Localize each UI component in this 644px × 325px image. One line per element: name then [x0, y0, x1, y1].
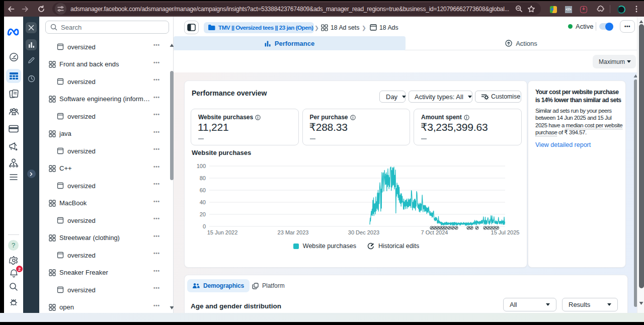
info-icon[interactable] — [464, 115, 469, 120]
customise-button[interactable]: Customise — [475, 91, 521, 103]
search-rail-icon[interactable] — [4, 280, 23, 294]
tree-item-adset[interactable]: java••• — [39, 125, 170, 142]
sidebar-scrollbar-thumb[interactable] — [170, 71, 174, 180]
tree-item-options[interactable]: ••• — [153, 268, 160, 274]
info-icon[interactable] — [350, 115, 356, 120]
toolbar-divider — [610, 5, 610, 13]
browser-toolbar: adsmanager.facebook.com/adsmanager/manag… — [4, 1, 644, 17]
back-icon[interactable] — [7, 5, 15, 13]
tree-item-options[interactable]: ••• — [153, 164, 160, 170]
expand-rail-button[interactable] — [27, 170, 36, 178]
tree-item-ad[interactable]: oversized••• — [39, 212, 170, 229]
browser-scrollbar[interactable] — [637, 17, 644, 313]
tab-actions[interactable]: Actions — [406, 36, 637, 50]
breadcrumb-ads[interactable]: 18 Ads — [370, 22, 398, 33]
ad-icon — [57, 147, 64, 154]
extension-code-icon[interactable]: </> — [565, 6, 572, 13]
tree-item-options[interactable]: ••• — [153, 251, 160, 256]
scroll-up-icon[interactable] — [639, 20, 643, 24]
all-tools-icon[interactable] — [4, 170, 23, 184]
billing-icon[interactable] — [4, 122, 23, 136]
edit-icon[interactable] — [26, 55, 37, 66]
chart-heading: Website purchases — [192, 149, 251, 156]
bookmark-star-icon[interactable] — [527, 5, 535, 13]
tree-item-options[interactable]: ••• — [153, 60, 160, 65]
tree-item-options[interactable]: ••• — [153, 303, 160, 308]
caret-down-icon — [607, 303, 611, 306]
tree-item-ad[interactable]: oversized••• — [39, 108, 170, 125]
tree-item-options[interactable]: ••• — [153, 285, 160, 291]
breadcrumb-adsets[interactable]: 18 Ad sets — [321, 22, 359, 33]
profile-avatar[interactable] — [617, 6, 625, 14]
report-bug-icon[interactable] — [4, 295, 23, 309]
tree-item-options[interactable]: ••• — [153, 129, 160, 135]
extension-red-icon[interactable]: + — [580, 6, 587, 13]
site-settings-chip[interactable] — [55, 3, 66, 15]
collapse-sidebar-button[interactable] — [184, 21, 199, 34]
advertise-icon[interactable] — [4, 139, 23, 153]
search-input[interactable]: Search — [45, 21, 169, 34]
browser-scrollbar-thumb[interactable] — [639, 24, 644, 288]
tree-item-options[interactable]: ••• — [153, 77, 160, 83]
tree-item-options[interactable]: ••• — [153, 42, 160, 48]
menu-kebab-icon[interactable] — [633, 5, 640, 13]
tree-item-adset[interactable]: MacBook••• — [39, 195, 170, 212]
history-icon[interactable] — [26, 73, 37, 84]
campaigns-icon[interactable] — [6, 69, 21, 83]
historical-edit-marker — [455, 226, 458, 229]
tree-item-ad[interactable]: oversized••• — [39, 281, 170, 298]
breadcrumb-campaign[interactable]: TMV || Oversized tees || 23 jan (Open) — [204, 22, 314, 33]
all-dropdown[interactable]: All — [503, 298, 556, 311]
tab-performance[interactable]: Performance — [174, 36, 406, 50]
active-toggle[interactable] — [599, 23, 613, 30]
tree-item-options[interactable]: ••• — [153, 112, 160, 117]
account-overview-icon[interactable] — [4, 50, 23, 64]
content-scroll-up-icon[interactable] — [633, 74, 637, 78]
day-dropdown[interactable]: Day — [379, 91, 406, 103]
tree-item-options[interactable]: ••• — [153, 146, 160, 152]
extension-seo-icon[interactable] — [550, 6, 557, 13]
day-label: Day — [386, 93, 397, 101]
tab-platform[interactable]: Platform — [252, 279, 285, 292]
tree-item-ad[interactable]: oversized••• — [39, 38, 170, 55]
settings-icon[interactable] — [4, 253, 23, 267]
tree-item-options[interactable]: ••• — [153, 181, 160, 187]
performance-charts-icon[interactable] — [26, 39, 37, 50]
tree-item-adset[interactable]: open••• — [39, 299, 170, 313]
tree-item-ad[interactable]: oversized••• — [39, 142, 170, 159]
extensions-puzzle-icon[interactable] — [596, 6, 604, 14]
tab-demographics[interactable]: Demographics — [187, 279, 250, 292]
tree-item-adset[interactable]: Software engineering (information t...••… — [39, 91, 170, 108]
close-icon[interactable] — [26, 22, 37, 33]
historical-edit-marker — [467, 226, 470, 229]
tree-item-options[interactable]: ••• — [153, 199, 160, 204]
audiences-icon[interactable] — [4, 104, 23, 118]
scroll-down-icon[interactable] — [639, 301, 643, 305]
forward-icon[interactable] — [21, 5, 29, 13]
tree-item-adset[interactable]: C++••• — [39, 160, 170, 177]
help-icon[interactable]: ? — [8, 240, 19, 251]
url-text[interactable]: adsmanager.facebook.com/adsmanager/manag… — [70, 6, 509, 13]
activity-types-dropdown[interactable]: Activity types: All — [409, 91, 472, 103]
view-detailed-report-link[interactable]: View detailed report — [535, 141, 591, 148]
address-bar[interactable]: adsmanager.facebook.com/adsmanager/manag… — [52, 3, 541, 15]
meta-logo[interactable] — [4, 25, 23, 39]
tree-item-options[interactable]: ••• — [153, 95, 160, 100]
tree-item-adset[interactable]: Sneaker Freaker••• — [39, 264, 170, 281]
more-options-button[interactable]: ••• — [620, 20, 635, 33]
maximum-dropdown[interactable]: Maximum — [593, 55, 636, 68]
tree-item-adset[interactable]: Streetwear (clothing)••• — [39, 229, 170, 247]
tree-item-options[interactable]: ••• — [153, 216, 160, 221]
tree-item-ad[interactable]: oversized••• — [39, 247, 170, 264]
tree-item-options[interactable]: ••• — [153, 233, 160, 239]
business-assets-icon[interactable] — [4, 156, 23, 170]
ads-reporting-icon[interactable] — [4, 87, 23, 101]
zoom-out-icon[interactable] — [515, 5, 523, 13]
tree-item-adset[interactable]: Front and back ends••• — [39, 56, 170, 73]
reload-icon[interactable] — [37, 5, 45, 13]
results-dropdown[interactable]: Results — [562, 298, 618, 311]
page: ? 2 S — [4, 17, 637, 313]
tree-item-ad[interactable]: oversized••• — [39, 177, 170, 194]
info-icon[interactable] — [255, 115, 261, 120]
tree-item-ad[interactable]: oversized••• — [39, 73, 170, 90]
